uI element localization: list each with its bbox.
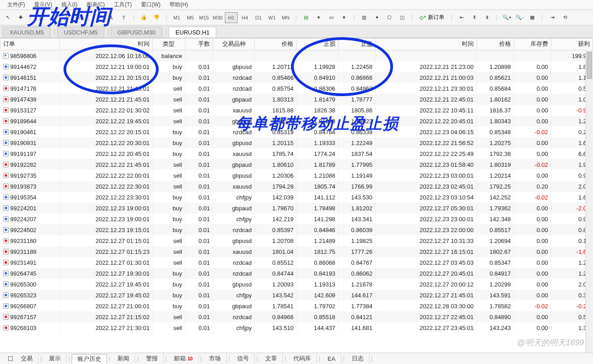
column-header[interactable]: 价格 — [476, 39, 514, 50]
thumb-up-button[interactable]: 👍 — [138, 12, 150, 24]
timeframe-w1-button[interactable]: W1 — [266, 12, 278, 23]
timeframe-m15-button[interactable]: M15 — [198, 12, 210, 23]
grid-button[interactable]: ▦ — [526, 12, 538, 24]
bottom-tab-0[interactable]: 交易 — [15, 354, 39, 364]
table-row[interactable]: 991922822022.12.22 21:45:01sell0.01gbpau… — [0, 159, 593, 170]
scrollbar-thumb[interactable] — [587, 52, 592, 79]
table-row[interactable]: 992647452022.12.27 19:30:01buy0.01nzdcad… — [0, 268, 593, 279]
chart-tab[interactable]: GBPUSD,M30 — [111, 27, 162, 38]
vertical-scrollbar[interactable] — [585, 50, 593, 353]
nav-button[interactable]: ⇞ — [468, 12, 480, 24]
nav-button[interactable]: ⇤ — [456, 12, 467, 24]
column-header[interactable]: 手数 — [185, 39, 213, 50]
table-row[interactable]: 991531272022.12.22 01:30:02sell0.01xauus… — [0, 105, 593, 116]
timeframe-h4-button[interactable]: H4 — [238, 12, 251, 23]
menu-item[interactable]: 窗口(W) — [141, 1, 160, 9]
table-row[interactable]: 992653002022.12.27 19:45:01buy0.01gbpusd… — [0, 279, 593, 290]
chart-tab[interactable]: XAUUSD,M5 — [3, 27, 51, 38]
menu-item[interactable]: 插入(I) — [61, 1, 77, 9]
timeframe-m1-button[interactable]: M1 — [170, 12, 183, 23]
table-row[interactable]: 991904612022.12.22 20:15:01buy0.01nzdcad… — [0, 126, 593, 137]
channel-tool-button[interactable]: ≡ — [73, 12, 84, 24]
candle-chart-button[interactable]: ✦ — [371, 12, 383, 24]
menu-item[interactable]: 帮助(H) — [170, 1, 188, 9]
table-row[interactable]: 985968062022.12.06 10:16:00balance199.99 — [0, 50, 593, 62]
table-row[interactable]: 992242012022.12.23 19:00:01buy0.01gbpaud… — [0, 203, 593, 214]
column-header[interactable]: 交易品种 — [213, 39, 255, 50]
line-chart-button[interactable]: ⬡ — [384, 12, 395, 24]
bar-chart-button[interactable]: ▥ — [358, 12, 370, 24]
table-row[interactable]: 992245022022.12.23 19:15:01buy0.01nzdcad… — [0, 224, 593, 235]
vline-tool-button[interactable]: │ — [34, 12, 46, 24]
autoscroll-button[interactable]: ⟲ — [559, 12, 571, 24]
table-row[interactable]: 991896442022.12.22 19:45:01sell0.01gbpau… — [0, 116, 593, 126]
timeframe-m30-button[interactable]: M30 — [211, 12, 224, 23]
bottom-tab-3[interactable]: 新闻 — [112, 354, 135, 364]
bottom-tab-5[interactable]: 邮箱 10 — [169, 354, 199, 364]
table-row[interactable]: 992311602022.12.27 01:15:01sell0.01gbpus… — [0, 235, 593, 246]
menu-item[interactable]: 图表(C) — [87, 1, 105, 9]
menu-item[interactable]: 工具(T) — [114, 1, 131, 9]
table-row[interactable]: 992311892022.12.27 01:15:23sell0.01xauus… — [0, 246, 593, 257]
fibo-tool-button[interactable]: 𝄞 — [92, 12, 104, 24]
dropdown-button[interactable]: ▾ — [338, 12, 350, 24]
table-row[interactable]: 991909312022.12.22 20:30:01buy0.01gbpusd… — [0, 137, 593, 148]
table-row[interactable]: 991461512022.12.21 20:15:01buy0.01nzdcad… — [0, 72, 593, 83]
shift-button[interactable]: ⇥ — [546, 12, 558, 24]
thumb-down-button[interactable]: 👎 — [151, 12, 162, 24]
timeframe-m5-button[interactable]: M5 — [184, 12, 197, 23]
table-row[interactable]: 992681032022.12.27 21:30:01sell0.01chfjp… — [0, 322, 593, 333]
table-row[interactable]: 992314912022.12.27 01:30:01sell0.01nzdca… — [0, 257, 593, 268]
template-button[interactable]: ▭ — [326, 12, 337, 24]
table-row[interactable]: 991474392022.12.21 21:45:01sell0.01gbpau… — [0, 94, 593, 105]
bottom-tab-8[interactable]: 文章 — [260, 354, 283, 364]
chart-add-button[interactable]: ▤ — [300, 12, 312, 24]
crosshair-tool-button[interactable]: ✚ — [15, 12, 26, 24]
extra-chart-button[interactable]: ◫ — [396, 12, 408, 24]
cursor-tool-button[interactable]: ↖ — [2, 12, 14, 24]
bottom-tab-7[interactable]: 信号 — [232, 354, 255, 364]
table-row[interactable]: 991953542022.12.22 23:30:01buy0.01chfjpy… — [0, 192, 593, 203]
new-order-button[interactable]: ◇⁺ 新订单 — [416, 12, 447, 24]
dropdown-button[interactable]: ▾ — [313, 12, 325, 24]
column-header[interactable]: 时间 — [375, 39, 476, 50]
zoom-in-button[interactable]: 🔍+ — [501, 12, 513, 24]
menu-item[interactable]: 显示(V) — [34, 1, 52, 9]
bottom-tab-6[interactable]: 市场 — [204, 354, 227, 364]
text-tool-button[interactable]: A — [105, 12, 117, 24]
trendline-tool-button[interactable]: ╱ — [60, 12, 72, 24]
table-row[interactable]: 992668072022.12.27 21:00:01buy0.01gbpaud… — [0, 301, 593, 311]
chart-tab[interactable]: USDCHF,M5 — [57, 27, 104, 38]
nav-button[interactable]: ⇟ — [481, 12, 493, 24]
table-row[interactable]: 992671572022.12.27 21:15:02sell0.01nzdca… — [0, 311, 593, 322]
zoom-out-button[interactable]: 🔍- — [514, 12, 525, 24]
column-header[interactable]: 止损 — [296, 39, 338, 50]
bottom-tab-2[interactable]: 账户历史 — [72, 354, 107, 364]
column-header[interactable]: 订单 — [0, 39, 60, 50]
bottom-tab-9[interactable]: 代码库 — [288, 354, 317, 364]
column-header[interactable]: 价格 — [255, 39, 296, 50]
timeframe-d1-button[interactable]: D1 — [252, 12, 265, 23]
column-header[interactable]: 获利 — [551, 39, 593, 50]
column-header[interactable]: 库存费 — [514, 39, 551, 50]
table-row[interactable]: 992242072022.12.23 19:00:01buy0.01chfjpy… — [0, 214, 593, 224]
table-row[interactable]: 991446722022.12.21 19:00:01buy0.01gbpusd… — [0, 61, 593, 72]
bottom-tab-1[interactable]: 展示 — [44, 354, 67, 364]
hline-tool-button[interactable]: ─ — [47, 12, 59, 24]
table-row[interactable]: 991911972022.12.22 20:45:01buy0.01xauusd… — [0, 148, 593, 159]
bottom-tab-4[interactable]: 警报 — [141, 354, 164, 364]
timeframe-h1-button[interactable]: H1 — [225, 12, 238, 23]
expand-handle[interactable] — [8, 356, 13, 361]
bottom-tab-10[interactable]: EA — [322, 354, 341, 364]
column-header[interactable]: 类型 — [152, 39, 185, 50]
column-header[interactable]: 时间 — [60, 39, 153, 50]
menu-item[interactable]: 文件(F) — [7, 1, 25, 9]
table-row[interactable]: 992653232022.12.27 19:45:02buy0.01chfjpy… — [0, 290, 593, 301]
timeframe-mn-button[interactable]: MN — [279, 12, 292, 23]
table-row[interactable]: 991471762022.12.21 21:15:01sell0.01nzdca… — [0, 83, 593, 94]
label-tool-button[interactable]: T — [118, 12, 130, 24]
chart-tab[interactable]: EURUSD,H1 — [169, 27, 216, 38]
column-header[interactable]: 止盈 — [338, 39, 375, 50]
bottom-tab-11[interactable]: 日志 — [346, 354, 369, 364]
table-row[interactable]: 991927352022.12.22 22:00:01sell0.01gbpus… — [0, 170, 593, 181]
